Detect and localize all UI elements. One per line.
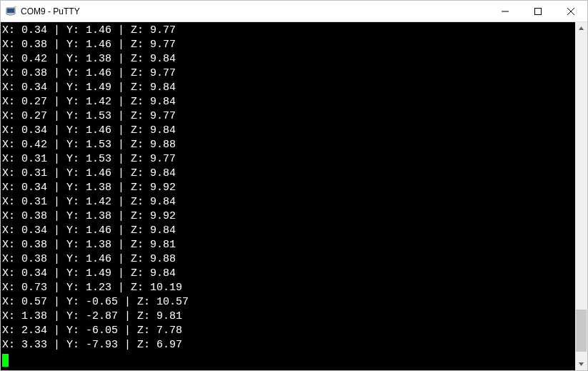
window-controls <box>489 1 587 21</box>
svg-rect-4 <box>535 8 542 14</box>
terminal-line: X: 0.27 | Y: 1.42 | Z: 9.84 <box>2 95 574 109</box>
titlebar[interactable]: COM9 - PuTTY <box>1 1 587 22</box>
terminal-line: X: 0.38 | Y: 1.46 | Z: 9.77 <box>2 66 574 81</box>
terminal-line: X: 0.34 | Y: 1.46 | Z: 9.84 <box>2 224 574 238</box>
scrollbar-thumb[interactable] <box>576 310 587 352</box>
terminal-line: X: 0.34 | Y: 1.49 | Z: 9.84 <box>2 267 574 281</box>
vertical-scrollbar[interactable] <box>575 22 587 370</box>
close-button[interactable] <box>554 1 587 21</box>
terminal-line: X: 0.57 | Y: -0.65 | Z: 10.57 <box>2 295 574 310</box>
terminal-line: X: 0.34 | Y: 1.38 | Z: 9.92 <box>2 181 574 195</box>
terminal-line: X: 0.42 | Y: 1.38 | Z: 9.84 <box>2 52 574 66</box>
terminal-line: X: 0.31 | Y: 1.46 | Z: 9.84 <box>2 167 574 181</box>
terminal-line: X: 0.38 | Y: 1.38 | Z: 9.92 <box>2 209 574 224</box>
terminal-line: X: 0.31 | Y: 1.42 | Z: 9.84 <box>2 195 574 209</box>
terminal-line: X: 0.42 | Y: 1.53 | Z: 9.88 <box>2 138 574 152</box>
terminal-line: X: 0.34 | Y: 1.46 | Z: 9.77 <box>2 24 574 38</box>
scroll-up-button[interactable] <box>575 22 587 34</box>
terminal-line: X: 0.34 | Y: 1.49 | Z: 9.84 <box>2 81 574 95</box>
scroll-down-button[interactable] <box>575 358 587 370</box>
terminal-line: X: 0.31 | Y: 1.53 | Z: 9.77 <box>2 152 574 167</box>
terminal-cursor <box>2 354 9 367</box>
putty-icon <box>5 6 16 17</box>
app-window: COM9 - PuTTY X: 0.34 | Y: 1.46 | Z: 9.77… <box>0 0 588 371</box>
svg-rect-2 <box>9 14 13 16</box>
maximize-button[interactable] <box>522 1 554 21</box>
terminal-output[interactable]: X: 0.34 | Y: 1.46 | Z: 9.77X: 0.38 | Y: … <box>1 22 575 370</box>
window-title: COM9 - PuTTY <box>21 6 489 16</box>
terminal-line: X: 0.38 | Y: 1.46 | Z: 9.88 <box>2 252 574 267</box>
terminal-line: X: 0.34 | Y: 1.46 | Z: 9.84 <box>2 124 574 138</box>
terminal-line: X: 0.38 | Y: 1.46 | Z: 9.77 <box>2 38 574 52</box>
terminal-line: X: 0.38 | Y: 1.38 | Z: 9.81 <box>2 238 574 252</box>
client-area: X: 0.34 | Y: 1.46 | Z: 9.77X: 0.38 | Y: … <box>1 22 587 370</box>
terminal-line: X: 0.27 | Y: 1.53 | Z: 9.77 <box>2 109 574 124</box>
terminal-line: X: 0.73 | Y: 1.23 | Z: 10.19 <box>2 281 574 295</box>
terminal-line: X: 1.38 | Y: -2.87 | Z: 9.81 <box>2 310 574 324</box>
svg-rect-1 <box>7 9 14 13</box>
minimize-button[interactable] <box>489 1 522 21</box>
terminal-line: X: 2.34 | Y: -6.05 | Z: 7.78 <box>2 324 574 338</box>
scrollbar-track[interactable] <box>575 34 587 358</box>
terminal-line: X: 3.33 | Y: -7.93 | Z: 6.97 <box>2 338 574 352</box>
terminal-cursor-row <box>2 352 574 367</box>
